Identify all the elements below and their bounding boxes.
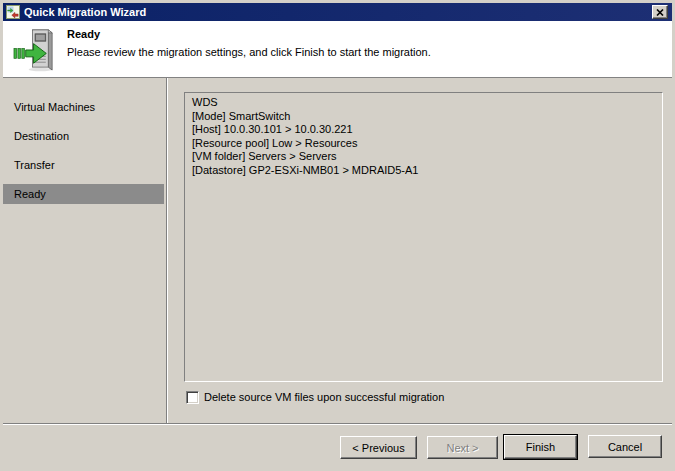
summary-line: [Resource pool] Low > Resources	[192, 137, 655, 151]
finish-button-default-frame: Finish	[503, 434, 578, 460]
app-icon	[6, 5, 20, 19]
window-title: Quick Migration Wizard	[24, 6, 146, 18]
sidebar-divider	[166, 78, 168, 423]
step-description: Please review the migration settings, an…	[67, 46, 431, 58]
close-icon	[656, 9, 664, 16]
finish-button[interactable]: Finish	[504, 435, 577, 459]
previous-button[interactable]: < Previous	[340, 436, 417, 459]
sidebar-item-ready[interactable]: Ready	[3, 184, 164, 204]
migration-summary-panel: WDS [Mode] SmartSwitch [Host] 10.0.30.10…	[184, 92, 663, 382]
wizard-header: Ready Please review the migration settin…	[3, 21, 672, 78]
sidebar-item-destination[interactable]: Destination	[3, 126, 164, 146]
delete-source-checkbox[interactable]	[186, 391, 199, 404]
server-migration-icon	[13, 26, 60, 73]
close-button[interactable]	[652, 5, 668, 19]
summary-line: [Mode] SmartSwitch	[192, 110, 655, 124]
step-title: Ready	[67, 28, 100, 40]
footer-divider	[3, 423, 672, 425]
quick-migration-wizard-dialog: Quick Migration Wizard	[0, 0, 675, 471]
next-button[interactable]: Next >	[427, 436, 498, 459]
summary-line: [VM folder] Servers > Servers	[192, 150, 655, 164]
summary-line: [Datastore] GP2-ESXi-NMB01 > MDRAID5-A1	[192, 164, 655, 178]
delete-source-checkbox-label[interactable]: Delete source VM files upon successful m…	[204, 391, 444, 404]
titlebar[interactable]: Quick Migration Wizard	[3, 3, 672, 21]
summary-line: [Host] 10.0.30.101 > 10.0.30.221	[192, 123, 655, 137]
cancel-button[interactable]: Cancel	[588, 435, 662, 458]
sidebar-item-virtual-machines[interactable]: Virtual Machines	[3, 97, 164, 117]
summary-line: WDS	[192, 96, 655, 110]
sidebar-item-transfer[interactable]: Transfer	[3, 155, 164, 175]
